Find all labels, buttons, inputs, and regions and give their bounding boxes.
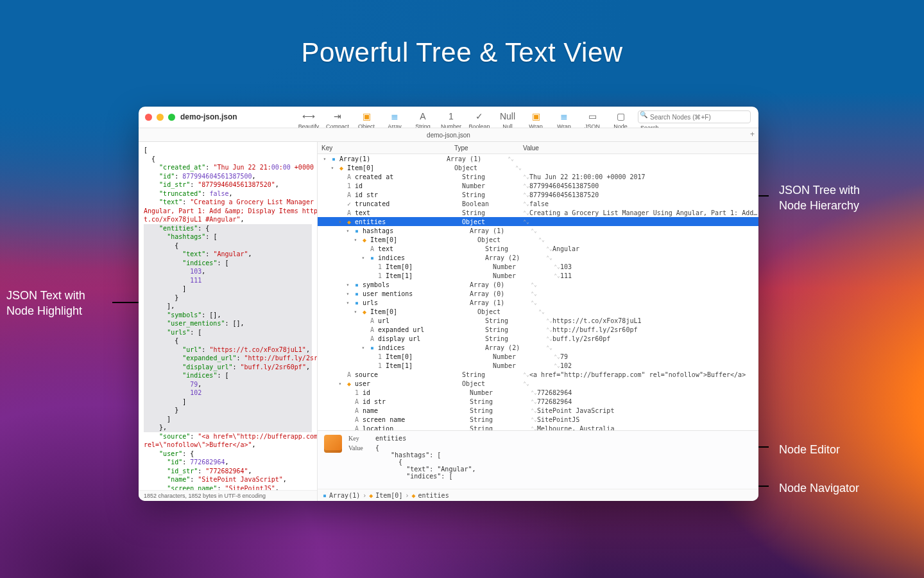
- col-key[interactable]: Key: [318, 144, 450, 152]
- zoom-icon[interactable]: [168, 114, 175, 121]
- stepper-icon[interactable]: ⌃⌄: [554, 273, 560, 279]
- tree-row[interactable]: 1Item[1]Number⌃⌄102: [318, 361, 758, 370]
- tree-row[interactable]: ▾◆Item[0]Object⌃⌄: [318, 235, 758, 244]
- disclosure-icon[interactable]: ▾: [352, 237, 359, 243]
- tree-row[interactable]: 1idNumber⌃⌄877994604561387500: [318, 181, 758, 190]
- stepper-icon[interactable]: ⌃⌄: [546, 327, 552, 333]
- breadcrumb-icon: ◆: [411, 492, 415, 499]
- breadcrumb-item[interactable]: Item[0]: [375, 492, 402, 499]
- num-icon: 1: [376, 263, 384, 270]
- breadcrumb-navigator[interactable]: ▪ Array(1)›◆ Item[0]›◆ entities: [318, 489, 758, 501]
- tree-row[interactable]: ▾▪indicesArray (2)⌃⌄: [318, 253, 758, 262]
- tree-row[interactable]: ✓truncatedBoolean⌃⌄false: [318, 199, 758, 208]
- tree-row[interactable]: ▾◆Item[0]Object⌃⌄: [318, 307, 758, 316]
- disclosure-icon[interactable]: ▾: [345, 291, 351, 297]
- str-icon: A: [345, 371, 353, 378]
- disclosure-icon[interactable]: ▾: [345, 300, 351, 306]
- stepper-icon[interactable]: ⌃⌄: [546, 336, 552, 342]
- tree-row[interactable]: Aid_strString⌃⌄877994604561387520: [318, 190, 758, 199]
- stepper-icon[interactable]: ⌃⌄: [554, 363, 560, 369]
- stepper-icon[interactable]: ⌃⌄: [531, 426, 537, 431]
- tree-row[interactable]: AnameString⌃⌄SitePoint JavaScript: [318, 406, 758, 415]
- tree-row[interactable]: AurlString⌃⌄https://t.co/xFox78juL1: [318, 316, 758, 325]
- disclosure-icon[interactable]: ▾: [337, 381, 343, 387]
- tree-row[interactable]: Aexpanded_urlString⌃⌄http://buff.ly/2sr6…: [318, 325, 758, 334]
- tree-row[interactable]: ▾▪hashtagsArray (1)⌃⌄: [318, 226, 758, 235]
- disclosure-icon[interactable]: ▾: [345, 282, 351, 288]
- tab-current[interactable]: demo-json.json: [427, 132, 470, 139]
- tree-row[interactable]: ▾▪Array(1)Array (1)⌃⌄: [318, 154, 758, 163]
- stepper-icon[interactable]: ⌃⌄: [538, 309, 545, 315]
- disclosure-icon[interactable]: ▾: [345, 228, 351, 234]
- json-tree[interactable]: ▾▪Array(1)Array (1)⌃⌄▾◆Item[0]Object⌃⌄Ac…: [318, 154, 758, 430]
- stepper-icon[interactable]: ⌃⌄: [531, 228, 537, 234]
- str-icon: A: [345, 209, 353, 216]
- stepper-icon[interactable]: ⌃⌄: [554, 264, 560, 270]
- minimize-icon[interactable]: [157, 114, 164, 121]
- tree-row[interactable]: Adisplay_urlString⌃⌄buff.ly/2sr60pf: [318, 334, 758, 343]
- tree-row[interactable]: Aid_strString⌃⌄772682964: [318, 397, 758, 406]
- disclosure-icon[interactable]: ▾: [337, 219, 343, 225]
- tree-row[interactable]: AtextString⌃⌄Creating a Grocery List Man…: [318, 208, 758, 217]
- stepper-icon[interactable]: ⌃⌄: [523, 192, 529, 198]
- stepper-icon[interactable]: ⌃⌄: [523, 372, 529, 378]
- tree-row[interactable]: ▾▪urlsArray (1)⌃⌄: [318, 298, 758, 307]
- str-icon: A: [345, 173, 353, 180]
- status-bar: 1852 characters, 1852 bytes in UTF-8 enc…: [139, 490, 317, 501]
- json-text-editor[interactable]: [ { "created_at": "Thu Jun 22 21:00:00 +…: [139, 142, 317, 490]
- disclosure-icon[interactable]: ▾: [352, 309, 359, 315]
- tree-row[interactable]: 1Item[0]Number⌃⌄79: [318, 352, 758, 361]
- stepper-icon[interactable]: ⌃⌄: [523, 174, 529, 180]
- breadcrumb-item[interactable]: entities: [418, 492, 449, 499]
- stepper-icon[interactable]: ⌃⌄: [523, 183, 529, 189]
- tree-row[interactable]: AtextString⌃⌄Angular: [318, 244, 758, 253]
- tree-row[interactable]: ▾◆entitiesObject⌃⌄: [318, 217, 758, 226]
- tree-row[interactable]: ▾▪symbolsArray (0)⌃⌄: [318, 280, 758, 289]
- stepper-icon[interactable]: ⌃⌄: [531, 399, 537, 405]
- stepper-icon[interactable]: ⌃⌄: [531, 390, 537, 396]
- col-value[interactable]: Value: [519, 144, 758, 152]
- tree-row[interactable]: 1idNumber⌃⌄772682964: [318, 388, 758, 397]
- arr-icon: ▪: [353, 290, 361, 297]
- tree-row[interactable]: ▾◆Item[0]Object⌃⌄: [318, 163, 758, 172]
- tree-row[interactable]: AlocationString⌃⌄Melbourne, Australia: [318, 424, 758, 430]
- new-tab-button[interactable]: +: [750, 130, 755, 139]
- tree-row[interactable]: AsourceString⌃⌄<a href="http://bufferapp…: [318, 370, 758, 379]
- stepper-icon[interactable]: ⌃⌄: [531, 408, 537, 414]
- editor-key-value[interactable]: entities: [375, 435, 406, 442]
- stepper-icon[interactable]: ⌃⌄: [515, 165, 522, 171]
- disclosure-icon[interactable]: ▾: [360, 345, 366, 351]
- stepper-icon[interactable]: ⌃⌄: [523, 201, 529, 207]
- stepper-icon[interactable]: ⌃⌄: [523, 210, 529, 216]
- annotation-navigator: Node Navigator: [779, 480, 859, 496]
- disclosure-icon[interactable]: ▾: [360, 255, 366, 261]
- stepper-icon[interactable]: ⌃⌄: [546, 246, 552, 252]
- tree-row[interactable]: ▾▪indicesArray (2)⌃⌄: [318, 343, 758, 352]
- app-window: demo-json.json ⟷Beautify⇥Compact▣Object≣…: [139, 107, 758, 501]
- tree-row[interactable]: 1Item[1]Number⌃⌄111: [318, 271, 758, 280]
- disclosure-icon[interactable]: ▾: [321, 156, 328, 162]
- tree-row[interactable]: ▾◆userObject⌃⌄: [318, 379, 758, 388]
- stepper-icon[interactable]: ⌃⌄: [508, 156, 514, 162]
- stepper-icon[interactable]: ⌃⌄: [531, 300, 537, 306]
- stepper-icon[interactable]: ⌃⌄: [531, 282, 537, 288]
- tree-row[interactable]: Ascreen_nameString⌃⌄SitePointJS: [318, 415, 758, 424]
- col-type[interactable]: Type: [450, 144, 519, 152]
- stepper-icon[interactable]: ⌃⌄: [554, 354, 560, 360]
- tree-row[interactable]: Acreated_atString⌃⌄Thu Jun 22 21:00:00 +…: [318, 172, 758, 181]
- tree-row[interactable]: ▾▪user_mentionsArray (0)⌃⌄: [318, 289, 758, 298]
- search-input[interactable]: [638, 110, 751, 123]
- stepper-icon[interactable]: ⌃⌄: [538, 237, 545, 243]
- stepper-icon[interactable]: ⌃⌄: [531, 417, 537, 423]
- editor-value-value[interactable]: { "hashtags": [ { "text": "Angular", "in…: [375, 444, 476, 480]
- stepper-icon[interactable]: ⌃⌄: [546, 345, 552, 351]
- tree-row[interactable]: 1Item[0]Number⌃⌄103: [318, 262, 758, 271]
- stepper-icon[interactable]: ⌃⌄: [546, 318, 552, 324]
- stepper-icon[interactable]: ⌃⌄: [523, 381, 529, 387]
- breadcrumb-item[interactable]: Array(1): [329, 492, 360, 499]
- stepper-icon[interactable]: ⌃⌄: [523, 219, 529, 225]
- close-icon[interactable]: [145, 114, 152, 121]
- disclosure-icon[interactable]: ▾: [329, 165, 336, 171]
- stepper-icon[interactable]: ⌃⌄: [531, 291, 537, 297]
- stepper-icon[interactable]: ⌃⌄: [546, 255, 552, 261]
